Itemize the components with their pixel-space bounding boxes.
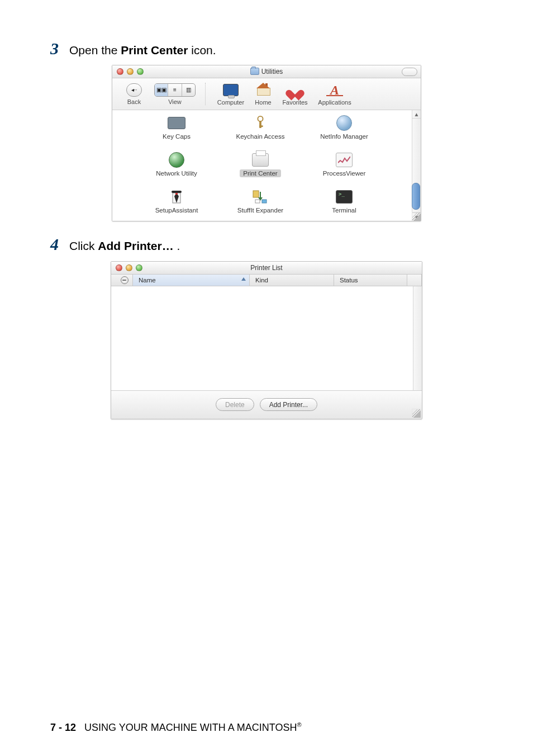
printer-list-window: Printer List Name Kind Status Del xyxy=(111,261,422,419)
view-column-icon[interactable]: ▥ xyxy=(182,84,195,96)
computer-label: Computer xyxy=(213,99,249,106)
view-label: View xyxy=(151,98,198,105)
step-bold: Print Center xyxy=(121,44,188,56)
column-kind-label: Kind xyxy=(255,277,268,284)
zoom-icon[interactable] xyxy=(137,68,144,75)
table-header: Name Kind Status xyxy=(111,275,422,286)
step-4: 4 Click Add Printer… . xyxy=(50,235,483,254)
titlebar[interactable]: Utilities xyxy=(112,65,421,78)
titlebar[interactable]: Printer List xyxy=(111,262,422,275)
chapter-title: USING YOUR MACHINE WITH A MACINTOSH xyxy=(84,722,297,733)
scroll-up-icon[interactable]: ▲ xyxy=(412,110,421,119)
stuffit-icon xyxy=(252,190,269,204)
home-button[interactable]: Home xyxy=(249,83,278,106)
window-footer: Delete Add Printer... xyxy=(111,391,422,419)
print-center-icon xyxy=(252,153,269,167)
step-3: 3 Open the Print Center icon. xyxy=(50,39,483,58)
item-print-center[interactable]: Print Center xyxy=(218,150,302,187)
item-label: SetupAssistant xyxy=(153,206,201,214)
item-label: NetInfo Manager xyxy=(318,133,370,140)
item-netinfo-manager[interactable]: NetInfo Manager xyxy=(302,114,386,150)
terminal-icon xyxy=(336,190,353,204)
view-switcher[interactable]: ▣▣ ≡ ▥ View xyxy=(151,83,198,105)
scroll-thumb[interactable] xyxy=(412,183,420,210)
processviewer-icon xyxy=(336,153,353,167)
item-label: Terminal xyxy=(330,206,358,214)
add-printer-button-label: Add Printer... xyxy=(269,401,308,409)
step-pre: Open the xyxy=(69,44,121,56)
back-label: Back xyxy=(120,98,148,105)
item-setupassistant[interactable]: SetupAssistant xyxy=(135,187,218,224)
applications-button[interactable]: A Applications xyxy=(312,83,357,106)
computer-button[interactable]: Computer xyxy=(213,83,249,106)
item-keychain-access[interactable]: Keychain Access xyxy=(218,114,302,150)
step-bold: Add Printer… xyxy=(98,239,173,252)
resize-handle-icon[interactable] xyxy=(412,212,421,221)
home-icon xyxy=(257,84,269,96)
view-icon-grid-icon[interactable]: ▣▣ xyxy=(155,84,168,96)
scrollbar[interactable] xyxy=(413,286,422,390)
folder-contents: Key Caps Keychain Access NetInfo Manager… xyxy=(112,110,421,221)
back-arrow-icon: ◂·· xyxy=(131,87,137,93)
step-text: Open the Print Center icon. xyxy=(69,42,216,58)
step-text: Click Add Printer… . xyxy=(69,238,180,254)
key-caps-icon xyxy=(168,117,185,129)
close-icon[interactable] xyxy=(116,264,122,271)
registered-mark: ® xyxy=(297,721,301,728)
item-terminal[interactable]: Terminal xyxy=(302,187,386,224)
folder-icon xyxy=(250,68,259,75)
close-icon[interactable] xyxy=(117,68,123,75)
item-label: ProcessViewer xyxy=(321,169,368,177)
svg-rect-9 xyxy=(255,200,260,203)
column-name-label: Name xyxy=(139,277,156,284)
page-number: 7 - 12 xyxy=(50,722,76,733)
column-name[interactable]: Name xyxy=(133,275,250,286)
minimize-icon[interactable] xyxy=(126,264,132,271)
column-status-label: Status xyxy=(340,277,358,284)
add-printer-button[interactable]: Add Printer... xyxy=(260,398,317,411)
item-network-utility[interactable]: Network Utility xyxy=(135,150,218,187)
column-status[interactable]: Status xyxy=(334,275,407,286)
back-button[interactable]: ◂·· Back xyxy=(120,83,148,105)
window-title: Utilities xyxy=(112,68,421,75)
svg-point-0 xyxy=(258,116,263,121)
view-list-icon[interactable]: ≡ xyxy=(168,84,181,96)
applications-label: Applications xyxy=(312,99,357,106)
resize-handle-icon[interactable] xyxy=(412,409,421,418)
step-number: 3 xyxy=(50,39,69,58)
minimize-icon[interactable] xyxy=(127,68,134,75)
svg-rect-2 xyxy=(259,126,263,127)
item-stuffit-expander[interactable]: StuffIt Expander xyxy=(218,187,302,224)
item-label: Key Caps xyxy=(160,133,193,140)
column-kind[interactable]: Kind xyxy=(250,275,334,286)
toolbar-toggle-icon[interactable] xyxy=(402,68,417,76)
setupassistant-icon xyxy=(170,190,183,204)
utilities-window: Utilities ◂·· Back ▣▣ ≡ ▥ View Computer xyxy=(112,65,421,221)
netinfo-icon xyxy=(336,115,352,131)
favorites-label: Favorites xyxy=(278,99,312,106)
item-label: Network Utility xyxy=(154,169,199,177)
delete-button[interactable]: Delete xyxy=(216,398,254,411)
window-title: Printer List xyxy=(111,264,422,272)
item-key-caps[interactable]: Key Caps xyxy=(135,114,218,150)
svg-rect-5 xyxy=(175,193,178,195)
column-default[interactable] xyxy=(111,275,133,286)
window-title-text: Printer List xyxy=(250,264,282,272)
applications-icon: A xyxy=(326,83,343,96)
item-processviewer[interactable]: ProcessViewer xyxy=(302,150,386,187)
printer-table-body[interactable] xyxy=(111,286,422,391)
network-icon xyxy=(169,152,184,168)
svg-rect-6 xyxy=(172,191,182,193)
step-post: . xyxy=(174,239,180,252)
delete-button-label: Delete xyxy=(225,401,245,409)
toolbar: ◂·· Back ▣▣ ≡ ▥ View Computer Home xyxy=(112,78,421,110)
scrollbar[interactable]: ▲ ▼ xyxy=(412,110,421,221)
header-scroll-gap xyxy=(407,275,422,286)
step-post: icon. xyxy=(188,44,216,56)
step-pre: Click xyxy=(69,239,98,252)
default-printer-icon xyxy=(121,276,129,284)
item-label: Keychain Access xyxy=(234,133,287,140)
svg-rect-7 xyxy=(253,191,259,197)
favorites-button[interactable]: Favorites xyxy=(278,83,312,106)
zoom-icon[interactable] xyxy=(136,264,142,271)
